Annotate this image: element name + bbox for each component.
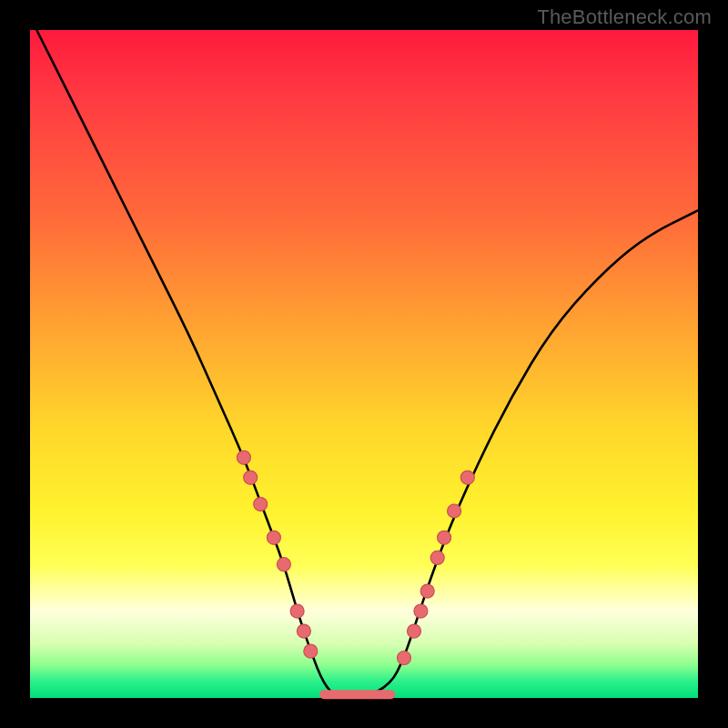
curve-marker (430, 551, 444, 564)
curve-marker (254, 498, 268, 511)
curve-marker (408, 624, 421, 638)
curve-markers (237, 450, 474, 664)
curve-marker (304, 644, 318, 658)
curve-marker (438, 531, 451, 544)
curve-marker (267, 531, 280, 544)
curve-marker (398, 652, 411, 665)
plot-area (30, 30, 698, 698)
curve-marker (460, 470, 474, 484)
chart-stage: TheBottleneck.com (0, 0, 728, 728)
curve-marker (277, 558, 290, 571)
curve-marker (237, 450, 250, 464)
curve-marker (420, 584, 434, 598)
watermark-text: TheBottleneck.com (537, 5, 712, 29)
curve-marker (297, 624, 310, 638)
curve-marker (448, 504, 461, 518)
curve-svg (30, 30, 698, 698)
curve-marker (290, 604, 304, 618)
curve-marker (244, 470, 258, 484)
bottleneck-curve (36, 30, 698, 698)
curve-marker (414, 604, 428, 618)
